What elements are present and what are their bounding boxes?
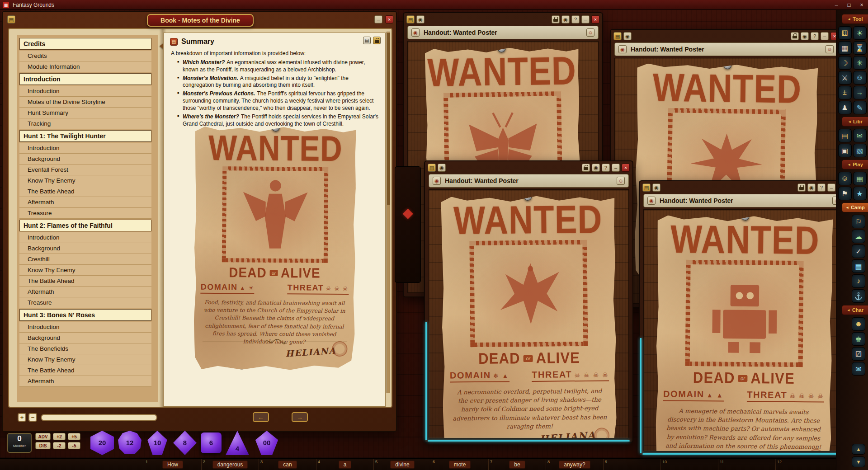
sidebar-tab-campaign[interactable]: ◄ Camp [842, 202, 868, 212]
dice-tower[interactable]: ◆ [395, 166, 421, 283]
toc-entry[interactable]: Introduction [19, 143, 151, 154]
help-icon[interactable]: ? [602, 164, 610, 172]
broadcast-icon[interactable]: ◉ [561, 15, 570, 24]
toc-entry[interactable]: Module Information [19, 61, 151, 72]
toc-entry[interactable]: Introduction [19, 232, 151, 243]
broadcast-icon[interactable]: ◉ [592, 164, 600, 172]
broadcast-icon[interactable]: ◉ [807, 183, 816, 192]
window-pin-icon[interactable]: ◉ [438, 164, 446, 172]
hotkey-slot[interactable]: 4 a [316, 459, 373, 470]
handout-window-4[interactable]: ▤ ◉ ◉ ? – × ◉ Handout: Wanted Poster ☺ W… [639, 180, 849, 456]
copy-link-icon[interactable]: ▤ [363, 37, 371, 44]
handout-title-bar[interactable]: ◉ Handout: Wanted Poster ☺ [643, 194, 844, 207]
quests-icon[interactable]: ✓ [852, 244, 865, 258]
d10-die[interactable]: 10 [146, 431, 169, 455]
handout-window-3[interactable]: ▤ ◉ ◉ ? – × ◉ Handout: Wanted Poster ☺ W… [424, 160, 633, 443]
toc-entry[interactable]: Know Thy Enemy [19, 354, 151, 365]
close-icon[interactable]: × [622, 164, 630, 172]
disadvantage-button[interactable]: DIS [35, 442, 51, 449]
hotkey-slot[interactable]: 2 dangerous [201, 459, 259, 470]
toc-entry[interactable]: Aftermath [19, 376, 151, 387]
minimize-icon[interactable]: – [821, 32, 829, 40]
toc-entry[interactable]: The Battle Ahead [19, 365, 151, 376]
party-sheet-icon[interactable]: ☺ [853, 71, 867, 85]
d20-die[interactable]: 20 [90, 431, 114, 455]
toc-entry[interactable]: Hunt 2: Flames of the Faithful [19, 220, 151, 231]
d100-die[interactable]: 00 [253, 431, 280, 455]
d12-die[interactable]: 12 [118, 431, 142, 455]
options-icon[interactable]: ☀ [853, 26, 867, 40]
hotkey-slot[interactable]: 9 [603, 459, 660, 470]
handout-icon[interactable]: ◉ [618, 45, 627, 53]
tables-icon[interactable]: ▤ [852, 259, 865, 273]
handout-title-bar[interactable]: ◉ Handout: Wanted Poster ☺ [614, 42, 838, 56]
hotkey-slot[interactable]: 12 [775, 459, 833, 470]
toc-entry[interactable]: Credits [19, 51, 151, 61]
window-shortcut-icon[interactable]: ▤ [642, 183, 651, 192]
wanted-poster[interactable]: WANTED DEAD or AL [655, 215, 833, 451]
toc-entry[interactable]: Background [19, 154, 151, 164]
calendar-icon[interactable]: ▦ [838, 41, 852, 55]
sounds-icon[interactable]: ♪ [852, 274, 865, 288]
sidebar-tab-library[interactable]: ◄ Libr [842, 117, 868, 127]
dice-skin-icon[interactable]: ⚂ [852, 347, 865, 361]
hotkey-slot[interactable]: 10 [660, 459, 718, 470]
help-icon[interactable]: ? [817, 183, 826, 192]
library-icon[interactable]: ▤ [838, 129, 852, 142]
help-icon[interactable]: ? [571, 15, 580, 24]
toc-entry[interactable]: Hunt Summary [19, 108, 151, 118]
toc-entry[interactable]: Cresthill [19, 254, 151, 265]
characters-icon[interactable]: ☺ [838, 172, 852, 185]
modules-icon[interactable]: ▧ [853, 144, 867, 157]
d6-die[interactable]: 6 [201, 432, 222, 453]
character-sheet-icon[interactable]: ☻ [852, 317, 865, 331]
maximize-window-button[interactable]: □ [843, 0, 855, 9]
toc-entry[interactable]: Treasure [19, 297, 151, 308]
next-page-button[interactable]: → [292, 412, 308, 422]
toc-entry[interactable]: Aftermath [19, 197, 151, 208]
handout-icon[interactable]: ◉ [433, 177, 441, 185]
weather-icon[interactable]: ☁ [852, 230, 865, 243]
window-title-bar[interactable]: ▦ Fantasy Grounds – □ × [0, 0, 868, 10]
plus-five-button[interactable]: +5 [68, 433, 80, 440]
zoom-in-button[interactable]: + [18, 413, 26, 422]
hotkey-slot[interactable]: 8 anyway? [546, 459, 603, 470]
dice-tower-icon[interactable]: ⚅ [838, 26, 852, 40]
close-icon[interactable]: × [591, 15, 599, 24]
zoom-out-button[interactable]: − [28, 413, 37, 422]
minimize-icon[interactable]: – [827, 183, 835, 192]
book-title-banner[interactable]: Book - Motes of the Divine [147, 14, 254, 27]
pins-icon[interactable]: ⚓ [852, 289, 865, 303]
pointers-icon[interactable]: → [853, 86, 867, 99]
previous-page-button[interactable]: ← [253, 412, 269, 422]
minimize-icon[interactable]: – [581, 15, 590, 24]
window-shortcut-icon[interactable]: ▤ [428, 164, 436, 172]
lock-icon[interactable] [582, 164, 590, 172]
toc-entry[interactable]: Treasure [19, 208, 151, 219]
tokens-icon[interactable]: ♟ [838, 101, 852, 114]
window-pin-icon[interactable]: ◉ [623, 32, 632, 40]
advantage-button[interactable]: ADV [35, 433, 51, 440]
d4-die[interactable]: 4 [226, 431, 249, 455]
book-minimize-button[interactable]: – [374, 15, 382, 24]
combat-tracker-icon[interactable]: ⚔ [838, 71, 852, 85]
chat-icon[interactable]: ✉ [852, 362, 865, 376]
book-close-button[interactable]: × [385, 15, 393, 24]
toc-entry[interactable]: Hunt 1: The Twilight Hunter [19, 130, 151, 142]
window-pin-icon[interactable]: ◉ [652, 183, 660, 192]
sidebar-tab-tool[interactable]: ◄ Tool [842, 14, 868, 24]
toc-entry[interactable]: Aftermath [19, 287, 151, 297]
toc-scrollbar[interactable] [387, 32, 390, 393]
toc-entry[interactable]: The Bonefields [19, 343, 151, 354]
toc-entry[interactable]: The Battle Ahead [19, 186, 151, 197]
toc-entry[interactable]: Background [19, 243, 151, 254]
toc-entry[interactable]: Evenfall Forest [19, 164, 151, 175]
lock-icon[interactable] [797, 183, 806, 192]
sidebar-scroll-down-icon[interactable]: ▼ [852, 456, 865, 467]
handout-icon[interactable]: ◉ [411, 28, 420, 37]
modifier-box[interactable]: 0 Modifier [7, 433, 32, 453]
portrait-icon[interactable]: ☺ [586, 28, 594, 37]
toc-entry[interactable]: Credits [19, 38, 151, 50]
modifiers-icon[interactable]: ± [838, 86, 852, 99]
handout-icon[interactable]: ◉ [647, 197, 656, 205]
